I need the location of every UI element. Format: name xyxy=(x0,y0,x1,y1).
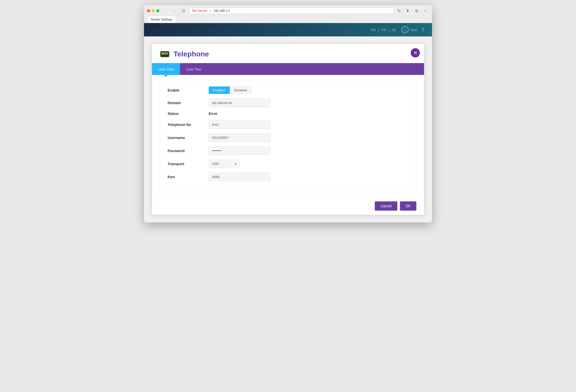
user-area: 👤 User xyxy=(401,26,417,33)
domain-input[interactable] xyxy=(209,99,270,107)
lang-fr-button[interactable]: FR xyxy=(381,28,387,32)
password-label: Password xyxy=(168,149,204,153)
ok-button[interactable]: OK xyxy=(400,201,416,211)
port-input[interactable] xyxy=(209,173,270,181)
telephone-input[interactable] xyxy=(209,120,270,129)
close-icon: ✕ xyxy=(414,50,417,56)
lang-nl-button[interactable]: NL xyxy=(391,28,398,32)
tab-line-two[interactable]: Line Two xyxy=(180,63,208,75)
dialog-header: 📟 Telephone ✕ xyxy=(152,44,424,63)
form-section: Enable Enabled Disabled Domain Status Er… xyxy=(160,80,416,192)
app-content: 📟 Telephone ✕ Line One Line Two Enable E… xyxy=(144,36,432,222)
disabled-button[interactable]: Disabled xyxy=(230,86,252,94)
forward-button[interactable]: › xyxy=(172,8,178,14)
reload-button[interactable]: ↻ xyxy=(396,8,402,14)
password-input[interactable] xyxy=(209,146,270,155)
address-url: 192.168.1.1 xyxy=(214,9,230,13)
status-value: Error xyxy=(209,112,217,116)
share-button[interactable]: ⬆ xyxy=(404,8,411,14)
online-indicator xyxy=(406,31,408,33)
form-row-username: Username xyxy=(168,133,408,142)
not-secure-label: Not Secure xyxy=(192,9,207,13)
dialog-icon: 📟 xyxy=(160,49,170,59)
form-row-transport: Transport UDP TCP TLS xyxy=(168,160,408,168)
lang-en-button[interactable]: EN xyxy=(370,28,377,32)
fullscreen-traffic-light[interactable] xyxy=(156,9,159,12)
address-bar[interactable]: Not Secure — 192.168.1.1 xyxy=(189,8,394,14)
address-separator: — xyxy=(209,9,212,13)
status-label: Status xyxy=(168,112,204,116)
enable-label: Enable xyxy=(168,88,204,92)
transport-select[interactable]: UDP TCP TLS xyxy=(209,160,239,168)
avatar: 👤 xyxy=(401,26,409,33)
cancel-button[interactable]: Cancel xyxy=(375,201,397,211)
username-field-label: Username xyxy=(168,136,204,140)
username-label: User xyxy=(410,28,417,32)
close-dialog-button[interactable]: ✕ xyxy=(411,48,420,57)
close-traffic-light[interactable] xyxy=(147,9,150,12)
form-row-enable: Enable Enabled Disabled xyxy=(168,86,408,94)
username-input[interactable] xyxy=(209,133,270,142)
minimize-traffic-light[interactable] xyxy=(152,9,155,12)
transport-wrapper: UDP TCP TLS xyxy=(209,160,239,168)
toolbar-right: ⬆ ⧉ ＋ xyxy=(404,8,429,14)
form-row-telephone: Telephone No xyxy=(168,120,408,129)
dialog: 📟 Telephone ✕ Line One Line Two Enable E… xyxy=(152,44,424,215)
browser-tabs: Router Settings xyxy=(147,16,429,23)
dialog-title: Telephone xyxy=(174,50,209,58)
dialog-footer: Cancel OK xyxy=(152,197,424,215)
enable-toggle: Enabled Disabled xyxy=(209,86,251,94)
form-row-domain: Domain xyxy=(168,99,408,107)
tab-bar: Line One Line Two xyxy=(152,63,424,75)
active-tab[interactable]: Router Settings xyxy=(147,16,176,23)
form-row-password: Password xyxy=(168,146,408,155)
new-window-button[interactable]: ⧉ xyxy=(413,8,420,14)
traffic-lights xyxy=(147,9,159,12)
sidebar-toggle-button[interactable]: ⊡ xyxy=(180,8,187,14)
new-tab-button[interactable]: ＋ xyxy=(422,8,429,14)
transport-label: Transport xyxy=(168,162,204,166)
back-button[interactable]: ‹ xyxy=(164,8,170,14)
browser-chrome: ‹ › ⊡ Not Secure — 192.168.1.1 ↻ ⬆ ⧉ ＋ R… xyxy=(144,5,432,23)
language-switcher: EN | FR | NL xyxy=(370,28,398,32)
browser-window: ‹ › ⊡ Not Secure — 192.168.1.1 ↻ ⬆ ⧉ ＋ R… xyxy=(144,5,432,222)
form-row-status: Status Error xyxy=(168,112,408,116)
domain-label: Domain xyxy=(168,101,204,105)
telephone-label: Telephone No xyxy=(168,123,204,127)
form-row-port: Port xyxy=(168,173,408,181)
app-header: EN | FR | NL 👤 User ? xyxy=(144,23,432,36)
enabled-button[interactable]: Enabled xyxy=(209,86,230,94)
help-button[interactable]: ? xyxy=(421,27,424,33)
tab-line-one[interactable]: Line One xyxy=(152,63,180,75)
port-label: Port xyxy=(168,175,204,179)
